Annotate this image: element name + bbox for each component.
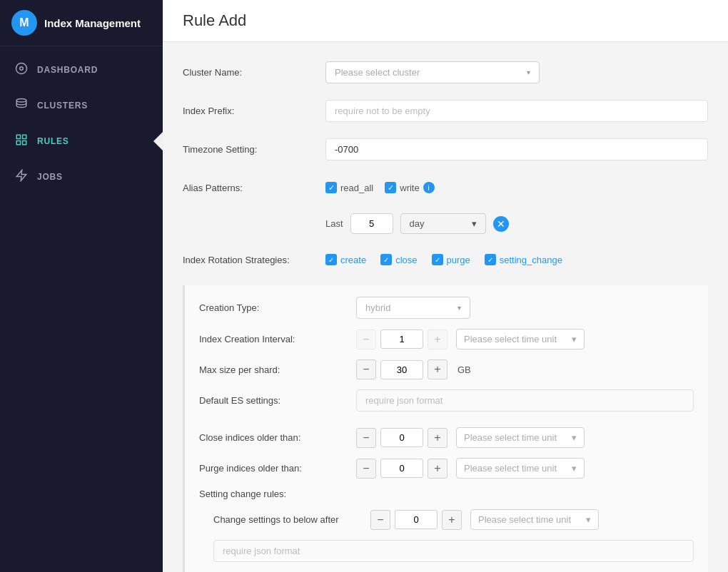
strategy-purge[interactable]: ✓ purge: [432, 254, 470, 265]
cluster-name-row: Cluster Name: Please select cluster ▾: [183, 59, 708, 85]
max-size-unit: GB: [457, 364, 471, 375]
jobs-icon: [14, 169, 29, 185]
creation-interval-label: Index Creation Interval:: [199, 334, 356, 344]
creation-interval-row: Index Creation Interval: − + Please sele…: [199, 329, 694, 349]
read-all-checkbox[interactable]: ✓: [325, 182, 337, 193]
creation-interval-input[interactable]: [380, 330, 423, 349]
purge-indices-increment-button[interactable]: +: [428, 459, 448, 479]
strategy-create[interactable]: ✓ create: [325, 254, 366, 265]
default-es-control: [356, 389, 694, 412]
page-header: Rule Add: [163, 0, 728, 42]
timezone-control: [325, 138, 708, 160]
purge-indices-chevron-icon: ▾: [572, 463, 577, 474]
purge-indices-time-placeholder: Please select time unit: [464, 463, 557, 474]
setting-change-rules-row: Setting change rules:: [199, 489, 694, 499]
sidebar-item-rules[interactable]: RULES: [0, 123, 163, 159]
alias-write-item[interactable]: ✓ write i: [385, 182, 434, 193]
setting-change-label: setting_change: [500, 255, 562, 265]
change-settings-time-select[interactable]: Please select time unit ▾: [470, 509, 599, 530]
purge-checkbox[interactable]: ✓: [432, 254, 443, 265]
cluster-name-control: Please select cluster ▾: [325, 61, 708, 83]
dashboard-icon: [14, 62, 29, 78]
creation-type-select[interactable]: hybrid ▾: [356, 297, 470, 319]
purge-indices-input[interactable]: [380, 459, 423, 478]
svg-point-1: [20, 67, 24, 71]
last-label: Last: [325, 218, 343, 229]
last-value-input[interactable]: [350, 213, 393, 234]
max-size-decrement-button[interactable]: −: [356, 359, 376, 379]
close-indices-time-select[interactable]: Please select time unit ▾: [456, 427, 585, 448]
close-indices-decrement-button[interactable]: −: [356, 428, 376, 448]
sidebar-item-clusters[interactable]: CLUSTERS: [0, 88, 163, 123]
sidebar-item-dashboard-label: DASHBOARD: [37, 65, 98, 75]
purge-indices-time-select[interactable]: Please select time unit ▾: [456, 458, 585, 479]
app-logo: M: [11, 10, 37, 36]
svg-rect-3: [16, 135, 20, 138]
creation-type-label: Creation Type:: [199, 302, 356, 313]
setting-change-checkbox[interactable]: ✓: [485, 254, 496, 265]
clusters-icon: [14, 98, 29, 113]
app-title: Index Management: [44, 17, 141, 29]
svg-point-0: [16, 63, 27, 74]
alias-control: ✓ read_all ✓ write i: [325, 182, 708, 193]
change-settings-chevron-icon: ▾: [586, 514, 591, 525]
close-indices-chevron-icon: ▾: [572, 432, 577, 443]
max-size-input[interactable]: [380, 360, 423, 379]
creation-interval-time-select[interactable]: Please select time unit ▾: [456, 329, 585, 349]
close-indices-time-placeholder: Please select time unit: [464, 432, 557, 443]
period-value: day: [410, 218, 425, 229]
change-settings-row: Change settings to below after − + Pleas…: [199, 509, 694, 530]
close-checkbox[interactable]: ✓: [380, 254, 392, 265]
write-checkbox[interactable]: ✓: [385, 182, 396, 193]
rotation-strategies-label: Index Rotation Strategies:: [183, 255, 325, 265]
sidebar-item-dashboard[interactable]: DASHBOARD: [0, 52, 163, 88]
close-indices-label: Close indices older than:: [199, 432, 356, 443]
change-settings-json-input[interactable]: [213, 540, 694, 562]
info-icon[interactable]: i: [423, 182, 435, 193]
timezone-input[interactable]: [325, 138, 708, 160]
last-row: Last day ▾ ✕: [183, 213, 708, 234]
page-title: Rule Add: [183, 11, 708, 30]
rules-icon: [14, 133, 29, 149]
alias-checkbox-group: ✓ read_all ✓ write i: [325, 182, 708, 193]
default-es-input[interactable]: [356, 389, 694, 412]
creation-type-value: hybrid: [365, 302, 390, 313]
creation-interval-control: − + Please select time unit ▾: [356, 329, 585, 349]
purge-indices-control: − + Please select time unit ▾: [356, 458, 585, 479]
close-indices-increment-button[interactable]: +: [428, 428, 448, 448]
change-settings-control: − + Please select time unit ▾: [370, 509, 599, 530]
svg-rect-6: [23, 141, 26, 145]
period-chevron-icon: ▾: [472, 218, 477, 229]
cluster-name-select[interactable]: Please select cluster ▾: [325, 61, 540, 83]
rotation-details-section: Creation Type: hybrid ▾ Index Creation I…: [183, 285, 708, 572]
svg-point-2: [16, 99, 26, 103]
creation-interval-decrement-button[interactable]: −: [356, 330, 376, 349]
alias-read-all-item[interactable]: ✓ read_all: [325, 182, 373, 193]
rotation-strategies-control: ✓ create ✓ close ✓ purge ✓ setting_chang…: [325, 254, 708, 265]
change-settings-increment-button[interactable]: +: [442, 510, 462, 530]
change-settings-decrement-button[interactable]: −: [370, 510, 390, 530]
strategy-close[interactable]: ✓ close: [380, 254, 417, 265]
max-size-increment-button[interactable]: +: [428, 359, 448, 379]
creation-type-row: Creation Type: hybrid ▾: [199, 297, 694, 319]
change-settings-time-placeholder: Please select time unit: [478, 514, 571, 525]
change-settings-input[interactable]: [395, 510, 438, 529]
max-size-row: Max size per shard: − + GB: [199, 359, 694, 379]
sidebar: M Index Management DASHBOARD CLUSTERS RU…: [0, 0, 163, 572]
creation-interval-increment-button[interactable]: +: [428, 330, 448, 349]
setting-change-rules-label: Setting change rules:: [199, 489, 356, 499]
sidebar-item-jobs[interactable]: JOBS: [0, 159, 163, 195]
close-indices-input[interactable]: [380, 428, 423, 447]
index-prefix-input[interactable]: [325, 100, 708, 122]
default-es-row: Default ES settings:: [199, 389, 694, 412]
period-select[interactable]: day ▾: [400, 213, 486, 234]
purge-indices-decrement-button[interactable]: −: [356, 459, 376, 479]
create-checkbox[interactable]: ✓: [325, 254, 337, 265]
index-prefix-control: [325, 100, 708, 122]
creation-interval-chevron-icon: ▾: [572, 334, 577, 344]
sidebar-nav: DASHBOARD CLUSTERS RULES JOBS: [0, 52, 163, 195]
remove-period-button[interactable]: ✕: [493, 216, 509, 232]
timezone-row: Timezone Setting:: [183, 136, 708, 162]
purge-indices-row: Purge indices older than: − + Please sel…: [199, 458, 694, 479]
strategy-setting-change[interactable]: ✓ setting_change: [485, 254, 562, 265]
